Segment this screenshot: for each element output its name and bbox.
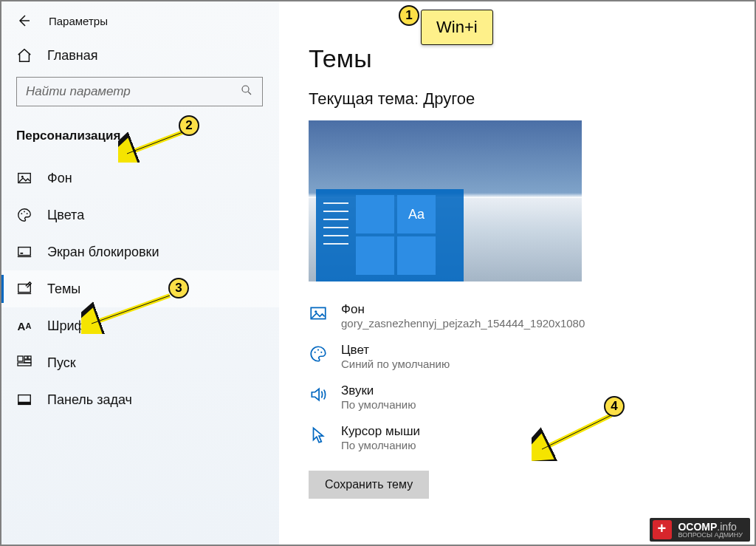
annotation-number-4: 4 <box>604 396 625 417</box>
annotation-number-3: 3 <box>168 278 189 298</box>
watermark-tagline: ВОПРОСЫ АДМИНУ <box>678 531 743 539</box>
callout-shortcut: Win+i <box>421 10 493 45</box>
watermark: OCOMP.info ВОПРОСЫ АДМИНУ <box>650 518 750 542</box>
annotation-number-1: 1 <box>399 5 419 26</box>
annotation-number-2: 2 <box>179 115 199 136</box>
screenshot-border <box>0 0 756 546</box>
